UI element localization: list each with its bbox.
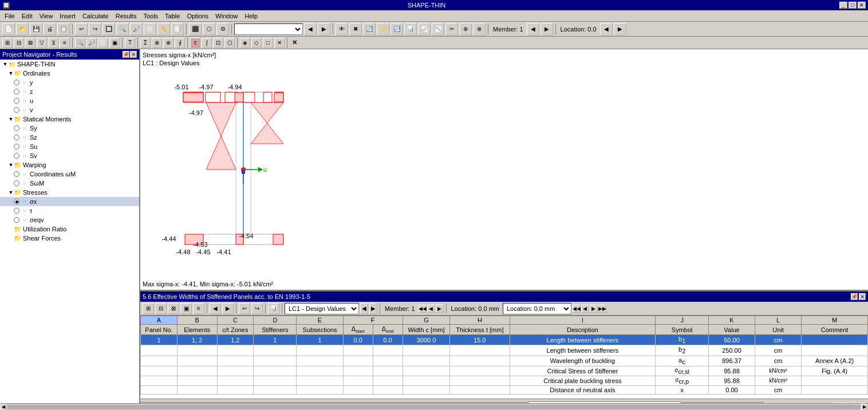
draw22-btn[interactable]: □ (263, 38, 273, 48)
tree-coord-wm[interactable]: ○ Coordinates ωM (0, 169, 139, 179)
view8-btn[interactable]: 📉 (432, 23, 444, 36)
menu-results[interactable]: Results (112, 11, 140, 21)
tree-z[interactable]: ○ z (0, 87, 139, 96)
draw11-btn[interactable]: T (125, 38, 135, 48)
loc-prev[interactable]: ◀ (600, 23, 613, 36)
tree-sv[interactable]: ○ Sv (0, 151, 139, 160)
draw20-btn[interactable]: ◈ (240, 38, 250, 48)
stresses-collapse-icon[interactable]: ▼ (8, 190, 14, 195)
loc-first-btn[interactable]: ◀◀ (573, 305, 581, 313)
tree-ordinates[interactable]: ▼ 📁 Ordinates (0, 69, 139, 78)
draw12-btn[interactable]: Σ (140, 38, 151, 48)
member-prev-btn[interactable]: ◀ (427, 305, 435, 313)
draw23-btn[interactable]: ✕ (274, 38, 285, 48)
tree-sigma-x[interactable]: ○ σx (0, 197, 139, 206)
bt2[interactable]: ⊟ (155, 303, 167, 314)
radio-tau[interactable] (14, 208, 19, 214)
bt-location-select[interactable]: Location: 0.0 mm (503, 303, 571, 314)
maximize-button[interactable]: □ (849, 2, 857, 9)
draw2-btn[interactable]: ⊟ (14, 38, 24, 48)
tree-shear[interactable]: 📁 Shear Forces (0, 234, 139, 243)
member-next-btn[interactable]: ▶ (436, 305, 444, 313)
radio-sv[interactable] (14, 153, 19, 159)
tree-root[interactable]: ▼ 📁 SHAPE-THIN (0, 60, 139, 69)
radio-sigma-x[interactable] (14, 199, 19, 204)
tree-stresses[interactable]: ▼ 📁 Stresses (0, 188, 139, 197)
new-btn[interactable]: 📄 (2, 23, 15, 36)
radio-sigma-eqv[interactable] (14, 217, 19, 223)
tree-warping[interactable]: ▼ 📁 Warping (0, 160, 139, 169)
member-prev[interactable]: ◀ (527, 23, 539, 36)
draw19-btn[interactable]: ⬡ (224, 38, 235, 48)
close-panel-button[interactable]: ✕ (130, 51, 137, 58)
tree-v[interactable]: ○ v (0, 105, 139, 115)
radio-su[interactable] (14, 144, 19, 149)
undo-btn[interactable]: ↩ (75, 23, 88, 36)
tree-utilization[interactable]: 📁 Utilization Ratio (0, 224, 139, 234)
table-row-4[interactable]: Critical Stress of Stiffener σcr,sl 95.8… (141, 366, 868, 376)
lc-prev-btn[interactable]: ◀ (304, 23, 317, 36)
redo-btn[interactable]: ↪ (89, 23, 101, 36)
tree-swm[interactable]: ○ SωM (0, 179, 139, 188)
radio-sy[interactable] (14, 125, 19, 131)
bt1[interactable]: ⊞ (143, 303, 154, 314)
copy-btn[interactable]: 📑 (171, 23, 184, 36)
tree-statical[interactable]: ▼ 📁 Statical Moments (0, 115, 139, 124)
loc-prev-btn[interactable]: ◀ (581, 305, 589, 313)
root-collapse-icon[interactable]: ▼ (2, 61, 8, 67)
bt-export[interactable]: 📊 (268, 303, 279, 314)
view6-btn[interactable]: 📊 (404, 23, 417, 36)
tree-su[interactable]: ○ Su (0, 142, 139, 151)
draw5-btn[interactable]: ⊻ (48, 38, 58, 48)
bt7[interactable]: ▶ (222, 303, 234, 314)
table-row-3[interactable]: Wavelength of buckling ac 896.37 cm Anne… (141, 356, 868, 366)
h-scroll-track[interactable] (7, 405, 861, 409)
table-row-6[interactable]: Distance of neutral axis x 0.00 cm (141, 385, 868, 394)
draw1-btn[interactable]: ⊞ (2, 38, 13, 48)
view4-btn[interactable]: ⚡ (377, 23, 389, 36)
table-row-5[interactable]: Critical plate buckling stress σcr,p 95.… (141, 376, 868, 385)
tree-sigma-eqv[interactable]: ○ σeqv (0, 215, 139, 224)
bt3[interactable]: ⊠ (168, 303, 179, 314)
tree-u[interactable]: ○ u (0, 96, 139, 105)
draw8-btn[interactable]: 🔎 (86, 38, 97, 48)
bottom-pin-btn[interactable]: 📌 (851, 293, 858, 300)
draw6-btn[interactable]: ≡ (60, 38, 70, 48)
tree-y[interactable]: ○ y (0, 78, 139, 87)
loc-last-btn[interactable]: ▶▶ (598, 305, 606, 313)
rect-btn[interactable]: ⬛ (189, 23, 202, 36)
draw15-btn[interactable]: ∮ (175, 38, 185, 48)
view7-btn[interactable]: 📈 (418, 23, 431, 36)
bt6[interactable]: ◀ (210, 303, 221, 314)
member-first-btn[interactable]: ◀◀ (419, 305, 427, 313)
bt8[interactable]: ↩ (239, 303, 250, 314)
table-row-2[interactable]: Length between stiffeners b2 250.00 cm (141, 345, 868, 356)
bt5[interactable]: ≡ (193, 303, 204, 314)
view10-btn[interactable]: ⊕ (459, 23, 472, 36)
ordinates-collapse-icon[interactable]: ▼ (8, 70, 14, 76)
view3-btn[interactable]: 🔄 (363, 23, 376, 36)
draw21-btn[interactable]: ◇ (251, 38, 262, 48)
h-scroll-left[interactable]: ◀ (0, 404, 7, 411)
menu-view[interactable]: View (36, 11, 57, 21)
bt-lc-dropdown[interactable]: LC1 - Design Values (285, 303, 359, 314)
radio-sz[interactable] (14, 135, 19, 140)
view2-btn[interactable]: ✖ (349, 23, 362, 36)
bt4[interactable]: ▣ (180, 303, 192, 314)
menu-edit[interactable]: Edit (18, 11, 36, 21)
loc-next[interactable]: ▶ (614, 23, 626, 36)
radio-z[interactable] (14, 89, 19, 94)
draw18-btn[interactable]: ⊡ (213, 38, 223, 48)
bottom-close-btn[interactable]: ✕ (859, 293, 866, 300)
bt-lc-prev[interactable]: ◀ (360, 303, 368, 314)
radio-u[interactable] (14, 98, 19, 104)
poly-btn[interactable]: ⬡ (203, 23, 215, 36)
draw4-btn[interactable]: ▽ (37, 38, 47, 48)
lc-dropdown[interactable]: LC1 - Design Values (234, 23, 303, 35)
view5-btn[interactable]: 🔃 (390, 23, 403, 36)
tree-sy[interactable]: ○ Sy (0, 124, 139, 133)
draw7-btn[interactable]: 🔍 (75, 38, 85, 48)
close-button[interactable]: ✕ (858, 2, 866, 9)
save-btn[interactable]: 💾 (30, 23, 42, 36)
snap-btn[interactable]: 🔲 (102, 23, 115, 36)
